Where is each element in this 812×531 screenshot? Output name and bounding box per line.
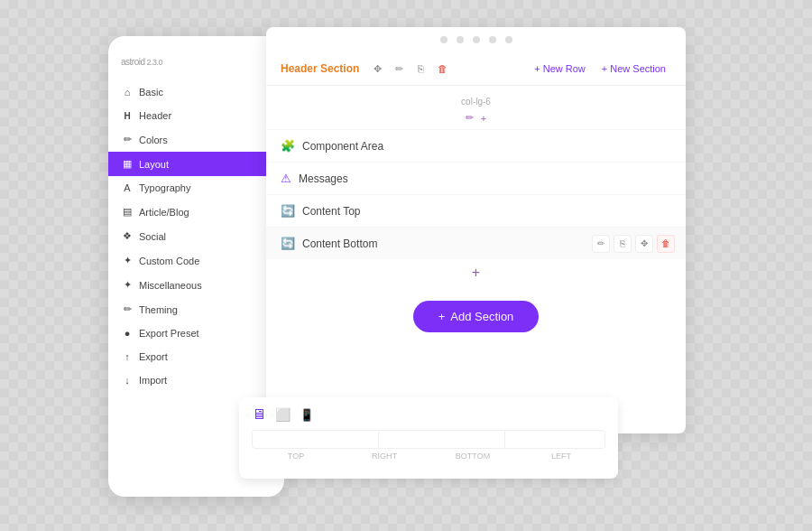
new-section-button[interactable]: + New Section [596,61,671,76]
desktop-icon[interactable]: 🖥 [252,406,266,423]
sidebar-label-theming: Theming [139,304,178,315]
header-icon: H [121,111,134,121]
col-label: col-lg-6 [266,93,686,110]
top-label: TOP [252,452,340,461]
content-bottom-label: Content Bottom [302,238,377,250]
messages-label: Messages [299,172,348,185]
move-row-icon[interactable]: ✥ [635,235,653,253]
padding-bottom-input[interactable] [505,431,605,448]
editor-content: col-lg-6 ✏ + 🧩 Component Area ⚠ Messages… [266,86,686,433]
add-section-button[interactable]: + Add Section [413,301,540,332]
sidebar-label-header: Header [139,110,171,121]
sidebar-label-typography: Typography [139,182,190,193]
section-title: Header Section [281,62,359,75]
theming-icon: ✏ [121,303,134,315]
delete-row-icon[interactable]: 🗑 [657,235,675,253]
social-icon: ❖ [121,230,134,242]
new-section-plus: + [602,63,607,74]
sidebar-label-exportpreset: Export Preset [139,328,199,339]
section-header-row: Header Section ✥ ✏ ⎘ 🗑 + New Row + New S… [266,52,686,86]
content-top-icon: 🔄 [281,204,295,218]
delete-section-icon[interactable]: 🗑 [433,60,451,78]
new-section-label: New Section [610,63,666,74]
sidebar-item-social[interactable]: ❖ Social ▾ [108,224,284,248]
row-component-area[interactable]: 🧩 Component Area [266,129,686,162]
dot-1 [440,36,448,43]
misc-icon: ✦ [121,279,134,291]
sidebar-item-articleblog[interactable]: ▤ Article/Blog ▾ [108,200,284,224]
add-row-plus-button[interactable]: + [266,259,686,286]
col-edit-icon[interactable]: ✏ [466,112,474,124]
mobile-icon[interactable]: 📱 [300,408,314,422]
dot-4 [489,36,496,43]
padding-right-input[interactable] [379,431,505,448]
row-messages[interactable]: ⚠ Messages [266,162,686,194]
sidebar-label-export: Export [139,351,168,362]
content-bottom-icon: 🔄 [281,237,295,250]
padding-inputs: 🔒 [252,430,605,449]
sidebar-label-import: Import [139,375,167,386]
header-actions: ✥ ✏ ⎘ 🗑 [368,60,451,78]
device-icons: 🖥 ⬜ 📱 [252,406,605,423]
import-icon: ↓ [121,375,134,386]
col-actions: ✏ + [266,110,686,129]
plus-icon: + [472,265,480,281]
sidebar-item-export[interactable]: ↑ Export [108,345,284,368]
content-top-label: Content Top [302,205,361,218]
app-name: astroid [121,57,145,67]
sidebar-item-theming[interactable]: ✏ Theming ▾ [108,297,284,321]
edit-row-icon[interactable]: ✏ [592,235,610,253]
sidebar-item-exportpreset[interactable]: ● Export Preset [108,321,284,345]
component-area-label: Component Area [302,140,383,153]
dot-3 [473,36,480,43]
edit-section-icon[interactable]: ✏ [390,60,408,78]
padding-top-input[interactable] [253,431,379,448]
layout-icon: ▦ [121,158,134,170]
col-add-icon[interactable]: + [481,113,486,124]
sidebar-item-basic[interactable]: ⌂ Basic ▾ [108,80,284,104]
sidebar-item-header[interactable]: H Header ▾ [108,104,284,127]
home-icon: ⌂ [121,87,134,98]
new-row-button[interactable]: + New Row [529,61,591,76]
sidebar-label-social: Social [139,231,166,242]
colors-icon: ✏ [121,134,134,145]
dot-2 [457,36,464,43]
sidebar-item-miscellaneous[interactable]: ✦ Miscellaneous ▾ [108,273,284,297]
component-area-icon: 🧩 [281,139,295,153]
sidebar-item-colors[interactable]: ✏ Colors ▾ [108,127,284,152]
row-content-bottom[interactable]: 🔄 Content Bottom ✏ ⎘ ✥ 🗑 [266,227,686,259]
sidebar-label-basic: Basic [139,87,163,98]
add-section-label: Add Section [450,310,513,323]
app-logo: astroid2.3.0 [108,36,284,80]
sidebar-item-customcode[interactable]: ✦ Custom Code ▾ [108,248,284,273]
sidebar-label-customcode: Custom Code [139,256,199,266]
bottom-panel: 🖥 ⬜ 📱 🔒 TOP RIGHT BOTTOM LEFT [239,397,618,479]
content-bottom-row-actions: ✏ ⎘ ✥ 🗑 [592,235,675,253]
messages-icon: ⚠ [281,172,291,185]
new-row-plus: + [534,63,540,74]
customcode-icon: ✦ [121,255,134,266]
editor-topbar [266,27,686,52]
copy-row-icon[interactable]: ⎘ [614,235,632,253]
sidebar-item-import[interactable]: ↓ Import [108,368,284,392]
exportpreset-icon: ● [121,328,134,339]
export-icon: ↑ [121,351,134,362]
left-label: LEFT [517,452,605,461]
new-row-label: New Row [543,63,586,74]
copy-section-icon[interactable]: ⎘ [411,60,429,78]
typography-icon: A [121,182,134,193]
add-section-icon: + [438,310,446,323]
app-version: 2.3.0 [147,58,163,67]
row-content-top[interactable]: 🔄 Content Top [266,194,686,227]
right-label: RIGHT [340,452,429,461]
sidebar-label-articleblog: Article/Blog [139,207,189,218]
sidebar-label-layout: Layout [139,159,169,170]
add-section-area: + Add Section [266,286,686,347]
sidebar-item-typography[interactable]: A Typography ▾ [108,176,284,200]
sidebar-label-colors: Colors [139,135,168,145]
padding-labels: TOP RIGHT BOTTOM LEFT [252,452,605,461]
bottom-label: BOTTOM [429,452,517,461]
move-section-icon[interactable]: ✥ [368,60,386,78]
sidebar-item-layout[interactable]: ▦ Layout [108,152,284,176]
tablet-icon[interactable]: ⬜ [275,407,291,422]
